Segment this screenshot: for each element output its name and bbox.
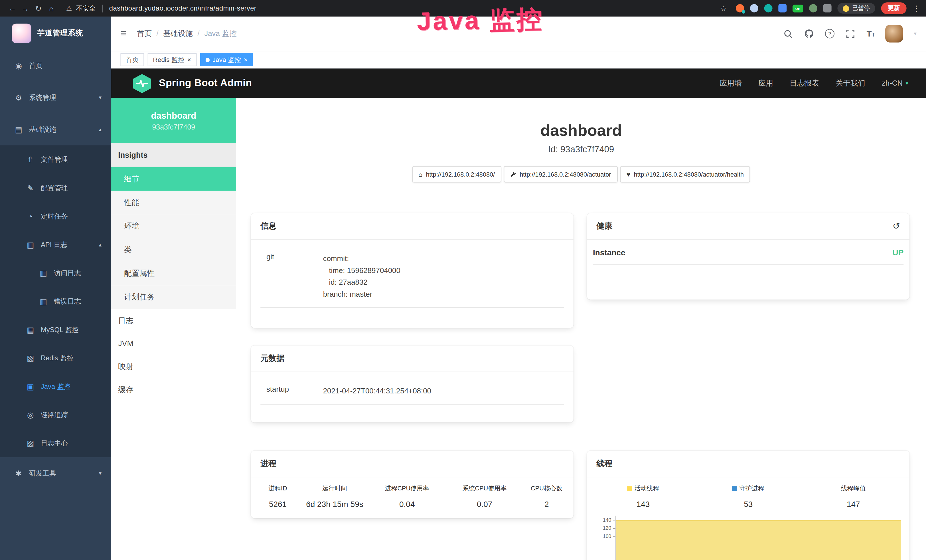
extension-leaf-icon[interactable] <box>809 4 817 12</box>
paused-badge[interactable]: 已暂停 <box>837 3 875 14</box>
sidebar-item-devtools[interactable]: 研发工具 <box>0 457 111 489</box>
tab-redis-monitor[interactable]: Redis 监控 <box>148 53 197 66</box>
sidebar-item-mysql[interactable]: MySQL 监控 <box>0 316 111 344</box>
sba-item-details[interactable]: 细节 <box>111 167 236 191</box>
url-text[interactable]: dashboard.yudao.iocoder.cn/infra/admin-s… <box>109 5 256 12</box>
breadcrumb-infra[interactable]: 基础设施 <box>163 29 193 38</box>
sidebar-item-log-center[interactable]: 日志中心 <box>0 429 111 457</box>
sba-item-jvm[interactable]: JVM <box>111 332 236 355</box>
cards-grid: 信息 git commit: time: 1596289704000 <box>236 213 926 560</box>
extension-drop-icon[interactable] <box>750 4 758 12</box>
menu-label: 系统管理 <box>29 93 56 102</box>
sidebar-item-jobs[interactable]: 定时任务 <box>0 202 111 230</box>
help-icon[interactable]: ? <box>825 29 835 38</box>
home-icon[interactable] <box>45 4 58 12</box>
dashboard-icon <box>14 61 23 70</box>
history-icon[interactable] <box>893 221 900 232</box>
font-size-icon[interactable]: TT <box>867 29 875 38</box>
instance-block[interactable]: dashboard 93a3fc7f7409 <box>111 98 236 143</box>
sba-item-environment[interactable]: 环境 <box>111 215 236 238</box>
active-dot <box>205 58 209 62</box>
clock-icon <box>26 212 35 221</box>
github-icon[interactable] <box>804 28 814 39</box>
extension-teal-icon[interactable] <box>764 4 773 12</box>
breadcrumb-current: Java 监控 <box>204 29 237 38</box>
health-heart-icon <box>626 171 630 178</box>
file-upload-icon <box>26 155 35 164</box>
menu-label: 研发工具 <box>29 469 56 478</box>
update-button[interactable]: 更新 <box>881 2 906 14</box>
paused-label: 已暂停 <box>852 4 870 12</box>
sidebar-item-infra[interactable]: 基础设施 <box>0 114 111 145</box>
sidebar-item-api-log[interactable]: API 日志 <box>0 230 111 259</box>
tab-java-monitor[interactable]: Java 监控 <box>200 53 253 66</box>
tab-home[interactable]: 首页 <box>120 53 144 66</box>
close-icon[interactable] <box>244 56 248 63</box>
close-icon[interactable] <box>188 56 191 63</box>
sidebar-item-config[interactable]: 配置管理 <box>0 174 111 202</box>
security-label[interactable]: 不安全 <box>76 4 95 12</box>
sba-item-config-props[interactable]: 配置属性 <box>111 262 236 285</box>
breadcrumb-home[interactable]: 首页 <box>137 29 152 38</box>
sba-nav-applications[interactable]: 应用 <box>758 78 773 88</box>
breadcrumb-separator <box>157 30 159 38</box>
logo-row[interactable]: 芋道管理系统 <box>0 17 111 50</box>
sba-item-logs[interactable]: 日志 <box>111 309 236 332</box>
sba-brand[interactable]: Spring Boot Admin <box>159 77 252 89</box>
menu-label: 配置管理 <box>41 183 68 192</box>
sidebar-item-access-log[interactable]: 访问日志 <box>0 259 111 287</box>
health-row[interactable]: Instance UP <box>593 248 903 265</box>
menu-label: 错误日志 <box>54 297 81 306</box>
bookmark-star-icon[interactable] <box>717 4 730 12</box>
log-center-icon <box>26 439 35 448</box>
metric-value: 2 <box>523 500 570 509</box>
user-avatar[interactable] <box>885 25 903 42</box>
sidebar-item-home[interactable]: 首页 <box>0 50 111 82</box>
actuator-url-button[interactable]: http://192.168.0.2:48080/actuator <box>504 166 617 183</box>
process-card: 进程 进程ID5261 运行时间6d 23h 15m 59s 进程CPU使用率0… <box>251 451 573 518</box>
back-icon[interactable] <box>6 4 19 12</box>
sidebar-item-files[interactable]: 文件管理 <box>0 145 111 173</box>
hamburger-icon[interactable] <box>120 28 126 39</box>
sba-item-performance[interactable]: 性能 <box>111 191 236 215</box>
card-title: 信息 <box>260 221 276 232</box>
sba-item-mappings[interactable]: 映射 <box>111 355 236 378</box>
sba-nav-journal[interactable]: 日志报表 <box>790 78 819 88</box>
sidebar-item-error-log[interactable]: 错误日志 <box>0 287 111 315</box>
threads-chart: 140 120 100 <box>587 513 909 560</box>
extensions-puzzle-icon[interactable] <box>823 4 832 12</box>
sba-locale-select[interactable]: zh-CN <box>882 79 908 87</box>
extension-on-badge[interactable]: on <box>793 5 803 12</box>
search-icon[interactable] <box>783 28 793 39</box>
health-url-button[interactable]: http://192.168.0.2:48080/actuator/health <box>620 166 750 183</box>
logo-title: 芋道管理系统 <box>37 28 83 38</box>
extension-fox-icon[interactable] <box>736 4 744 12</box>
card-title: 线程 <box>596 459 612 469</box>
service-url-button[interactable]: http://192.168.0.2:48080/ <box>412 166 501 183</box>
sba-item-caches[interactable]: 缓存 <box>111 378 236 401</box>
info-key: git <box>266 253 323 300</box>
sidebar-item-tracing[interactable]: 链路追踪 <box>0 401 111 429</box>
sba-item-scheduled-tasks[interactable]: 计划任务 <box>111 285 236 309</box>
app-sidebar: 芋道管理系统 首页 系统管理 基础设施 文件管理 <box>0 17 111 560</box>
fullscreen-icon[interactable] <box>845 28 856 39</box>
forward-icon[interactable] <box>19 4 32 12</box>
address-bar[interactable]: 不安全 dashboard.yudao.iocoder.cn/infra/adm… <box>66 4 256 12</box>
sba-item-classes[interactable]: 类 <box>111 238 236 262</box>
sidebar-item-redis[interactable]: Redis 监控 <box>0 344 111 372</box>
sidebar-item-java-monitor[interactable]: Java 监控 <box>0 372 111 401</box>
sidebar-item-system[interactable]: 系统管理 <box>0 82 111 114</box>
tab-label: Java 监控 <box>212 55 241 64</box>
reload-icon[interactable] <box>32 4 45 12</box>
menu-label: Redis 监控 <box>41 353 74 362</box>
card-title: 元数据 <box>260 353 284 364</box>
link-url: http://192.168.0.2:48080/ <box>426 171 495 178</box>
metadata-row: startup 2021-04-27T00:44:31.254+08:00 <box>260 381 564 405</box>
app-header: 首页 基础设施 Java 监控 ? <box>111 17 926 51</box>
sba-nav-wall[interactable]: 应用墙 <box>720 78 742 88</box>
avatar-caret-icon[interactable] <box>914 31 916 37</box>
extension-grid-icon[interactable] <box>778 4 787 12</box>
browser-menu-icon[interactable] <box>912 4 920 12</box>
sba-nav-about[interactable]: 关于我们 <box>835 78 865 88</box>
sba-nav: 应用墙 应用 日志报表 关于我们 zh-CN <box>720 78 908 88</box>
